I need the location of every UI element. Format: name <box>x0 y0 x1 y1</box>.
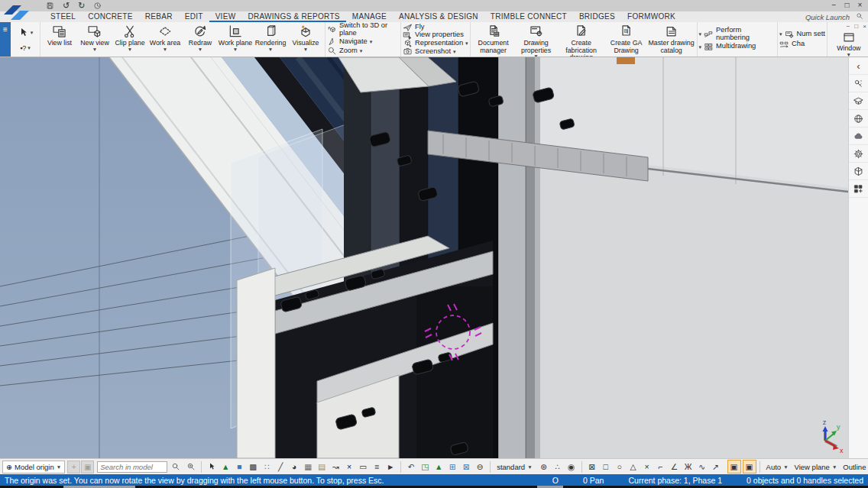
snap-free-button[interactable]: ∿ <box>695 460 709 473</box>
tab-view[interactable]: VIEW <box>209 11 242 22</box>
select-grid-planes-button[interactable]: ▤ <box>315 460 329 473</box>
snap-override-points-button[interactable]: ▣ <box>727 460 741 473</box>
snap-points-toggle-button[interactable]: ∴ <box>551 460 565 473</box>
rendering-select[interactable]: standard ▼ <box>494 461 535 473</box>
tab-formwork[interactable]: FORMWORK <box>621 11 682 22</box>
redo-button[interactable]: ↻ <box>78 2 85 10</box>
snap-intersections-button[interactable]: × <box>640 460 654 473</box>
minimize-button[interactable]: − <box>828 0 840 11</box>
tab-concrete[interactable]: CONCRETE <box>82 11 139 22</box>
side-pane-cloud-button[interactable] <box>849 128 868 145</box>
tab-steel[interactable]: STEEL <box>44 11 82 22</box>
select-reference-models-button[interactable]: ► <box>384 460 397 473</box>
select-bolt-groups-button[interactable]: ⊠ <box>459 460 473 473</box>
close-button[interactable]: × <box>853 0 866 11</box>
select-objects-in-assemblies-button[interactable]: ▲ <box>432 460 445 473</box>
master-drawing-catalog-button[interactable]: Master drawing catalog <box>648 23 695 56</box>
side-pane-settings-button[interactable] <box>849 145 868 163</box>
save-button[interactable] <box>46 2 54 10</box>
select-spheres-button[interactable]: ◕ <box>287 460 301 473</box>
create-ga-drawing-button[interactable]: BCreate GA Drawing <box>605 23 648 56</box>
clip-plane-button[interactable]: Clip plane▼ <box>112 23 147 56</box>
select-components-button[interactable]: ■ <box>232 460 246 473</box>
work-area-button[interactable]: Work area▼ <box>147 23 183 56</box>
search-button[interactable] <box>169 460 183 473</box>
history-button[interactable] <box>93 2 102 10</box>
select-distances-button[interactable]: ≡ <box>370 460 384 473</box>
snap-geometry-points-button[interactable]: □ <box>599 460 613 473</box>
snap-visibility-button[interactable]: ◉ <box>565 460 578 473</box>
view-list-button[interactable]: View list <box>42 23 77 56</box>
num-sett-button[interactable]: ▾Num sett <box>779 30 825 40</box>
visualize-button[interactable]: Visualize▼ <box>288 23 323 56</box>
snap-any-position-button[interactable]: △ <box>627 460 640 473</box>
zoom-button[interactable]: Zoom▾ <box>327 47 399 56</box>
drawing-properties-button[interactable]: Drawing properties▼ <box>515 23 558 56</box>
tab-edit[interactable]: EDIT <box>179 11 209 22</box>
snap-reference-points-button[interactable]: ⊠ <box>585 460 599 473</box>
search-selected-button[interactable] <box>184 460 198 473</box>
tab-manage[interactable]: MANAGE <box>346 11 393 22</box>
select-lines-button[interactable]: ╱ <box>274 460 287 473</box>
snap-auto-dropdown[interactable]: Auto▼ <box>763 461 792 473</box>
viewport-3d-view[interactable]: z y x <box>0 57 848 458</box>
new-view-button[interactable]: New view▼ <box>77 23 112 56</box>
tab-analysis-design[interactable]: ANALYSIS & DESIGN <box>393 11 484 22</box>
select-parts-button[interactable]: ▲ <box>219 460 232 473</box>
select-assemblies-button[interactable]: ↶ <box>404 460 418 473</box>
navigate-button[interactable]: Navigate▾ <box>327 37 399 46</box>
select-tool-button[interactable]: ▾ <box>18 27 34 38</box>
select-cuts-button[interactable]: × <box>342 460 356 473</box>
side-pane-model-button[interactable] <box>849 163 868 180</box>
side-pane-collapse-pane-button[interactable]: ‹ <box>849 57 868 75</box>
tab-drawings-reports[interactable]: DRAWINGS & REPORTS <box>241 11 345 22</box>
perform-numbering-button[interactable]: ▾Perform numbering <box>699 27 776 42</box>
select-single-bolts-button[interactable]: ⊖ <box>473 460 487 473</box>
switch-to-3d-or-plane-button[interactable]: Switch to 3D or plane <box>327 23 399 37</box>
select-curves-button[interactable]: ↝ <box>329 460 342 473</box>
snap-perpendicular-button[interactable]: ⌐ <box>654 460 668 473</box>
side-pane-key-button[interactable]: ? <box>849 75 868 92</box>
side-pane-online-button[interactable] <box>849 110 868 128</box>
side-pane-applications-button[interactable] <box>849 180 868 198</box>
select-grids-button[interactable]: ▦ <box>301 460 315 473</box>
screenshot-button[interactable]: Screenshot▾ <box>403 47 468 56</box>
redraw-button[interactable]: Redraw▼ <box>183 23 218 56</box>
work-plane-button[interactable]: Work plane▼ <box>218 23 253 56</box>
snap-midpoints-button[interactable]: Ж <box>682 460 695 473</box>
select-welds-button[interactable]: ⊞ <box>445 460 459 473</box>
side-pane-learning-button[interactable] <box>849 92 868 110</box>
inquire-tool-button[interactable]: ▪?▾ <box>20 44 31 52</box>
snap-line-extensions-button[interactable]: ∠ <box>668 460 682 473</box>
mdi-close-button[interactable]: × <box>863 23 866 30</box>
create-fabrication-drawing-button[interactable]: Create fabrication drawing▼ <box>558 23 605 56</box>
snap-override-lines-button[interactable]: ▣ <box>743 460 756 473</box>
tab-bridges[interactable]: BRIDGES <box>573 11 621 22</box>
document-manager-button[interactable]: Document manager <box>472 23 515 56</box>
model-search-input[interactable] <box>97 461 167 473</box>
tab-rebar[interactable]: REBAR <box>139 11 179 22</box>
origin-add-button[interactable]: + <box>67 461 80 473</box>
app-menu-button[interactable]: ≡ <box>0 22 11 57</box>
undo-button[interactable]: ↺ <box>63 2 70 10</box>
cha-button[interactable]: Cha <box>779 40 825 50</box>
snap-plane-dropdown[interactable]: View plane▼ <box>792 461 840 473</box>
snap-projection-button[interactable]: ↗ <box>709 460 723 473</box>
snap-settings-button[interactable]: ⊛ <box>537 460 551 473</box>
origin-box-button[interactable]: ▣ <box>81 461 94 473</box>
quick-launch[interactable]: Quick Launch <box>805 11 863 22</box>
select-points-button[interactable]: ∷ <box>260 460 274 473</box>
snap-depth-dropdown[interactable]: Outline planes▼ <box>840 461 868 473</box>
select-surfaces-button[interactable]: ▩ <box>246 460 260 473</box>
tab-trimble-connect[interactable]: TRIMBLE CONNECT <box>484 11 573 22</box>
window-button[interactable]: Window▼ <box>831 30 866 57</box>
select-objects-in-components-button[interactable]: ◳ <box>418 460 432 473</box>
select-all-button[interactable] <box>205 460 219 473</box>
mdi-restore-button[interactable]: □ <box>854 23 858 30</box>
select-views-button[interactable]: ▭ <box>356 460 370 473</box>
multidrawing-button[interactable]: ▾Multidrawing <box>699 42 776 52</box>
maximize-button[interactable]: □ <box>840 0 853 11</box>
snap-nearest-points-button[interactable]: ○ <box>613 460 627 473</box>
model-origin-button[interactable]: ⊕ Model origin ▼ <box>2 461 65 473</box>
mdi-minimize-button[interactable]: − <box>847 23 850 30</box>
